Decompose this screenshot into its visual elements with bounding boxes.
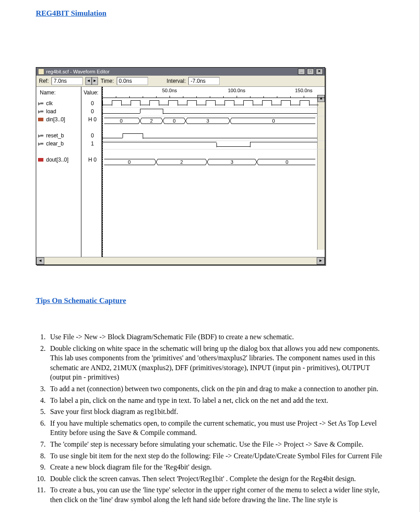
minimize-button[interactable]: _ [298,68,305,75]
interval-field[interactable]: -7.0ns [188,77,220,85]
tip-item: To use single bit item for the next step… [47,451,384,461]
signal-name-row[interactable]: clear_b [36,140,81,148]
tip-item: Double clicking on white space in the sc… [47,344,384,382]
signal-value: 0 [81,107,102,115]
waveform-body: ▲ Name: clkloaddin[3..0]reset_bclear_bdo… [36,87,325,257]
signal-name-row[interactable]: din[3..0] [36,115,81,124]
window-title: reg4bit.scf - Waveform Editor [46,69,110,74]
waveform-editor-window: reg4bit.scf - Waveform Editor _ □ ✕ Ref:… [36,67,325,265]
bus-waveform: 02030 [102,116,325,124]
input-pin-icon [38,109,44,114]
waveform-toolbar: Ref: 7.0ns ◄► Time: 0.0ns Interval: -7.0… [36,76,325,87]
signal-name-row[interactable]: dout[3..0] [36,156,81,164]
close-button[interactable]: ✕ [316,68,323,75]
tip-item: To create a bus, you can use the 'line t… [47,485,384,504]
signal-names-column: Name: clkloaddin[3..0]reset_bclear_bdout… [36,87,81,257]
time-tick: 100.0ns [228,88,245,93]
tip-item: Use File -> New -> Block Diagram/Schemat… [47,332,384,342]
scroll-left-icon[interactable]: ◄ [36,257,44,265]
signal-name-row[interactable]: load [36,107,81,115]
horizontal-scrollbar[interactable]: ◄ ► [36,257,325,265]
input-pin-icon [38,133,44,138]
signal-name: reset_b [46,132,64,139]
signal-value: H 0 [81,156,102,164]
tip-item: If you have multiple schematics open, to… [47,418,384,438]
tip-item: To label a pin, click on the name and ty… [47,396,384,405]
document-icon [38,68,44,75]
heading-tips[interactable]: Tips On Schematic Capture [36,296,384,305]
output-pin-icon [38,158,44,162]
tip-item: The 'compile' step is necessary before s… [47,439,384,449]
signal-name: clk [46,100,53,107]
maximize-button[interactable]: □ [307,68,314,75]
document-page: REG4BIT Simulation reg4bit.scf - Wavefor… [0,0,420,512]
window-titlebar[interactable]: reg4bit.scf - Waveform Editor _ □ ✕ [36,68,325,76]
time-ruler: 50.0ns100.0ns150.0ns [102,87,325,98]
signal-values-column: Value: 00H 001H 0 [81,87,102,257]
signal-name: din[3..0] [46,116,65,123]
bus-waveform: 0230 [102,158,325,166]
digital-waveform [102,108,325,116]
bus-pin-icon [38,117,44,122]
digital-waveform [102,141,325,149]
signal-name: clear_b [46,141,64,147]
heading-reg4bit[interactable]: REG4BIT Simulation [36,9,384,18]
tip-item: Double click the screen canvas. Then sel… [47,474,384,484]
digital-waveform [102,132,325,141]
signal-name: load [46,108,56,115]
tip-item: Save your first block diagram as reg1bit… [47,407,384,417]
input-pin-icon [38,141,44,146]
time-tick: 50.0ns [162,88,177,93]
signal-name-row[interactable]: clk [36,99,81,107]
value-header: Value: [84,90,98,96]
scroll-right-icon[interactable]: ► [317,257,325,265]
ref-field[interactable]: 7.0ns [51,77,83,85]
waveform-area[interactable]: 50.0ns100.0ns150.0ns 020300230 [102,87,325,257]
ref-label: Ref: [39,78,49,84]
interval-label: Interval: [167,78,186,84]
time-tick: 150.0ns [295,88,312,93]
tip-item: To add a net (connection) between two co… [47,384,384,394]
input-pin-icon [38,101,44,106]
signal-value: H 0 [81,115,102,124]
tip-item: Create a new block diagram file for the … [47,462,384,472]
time-field[interactable]: 0.0ns [117,77,148,85]
signal-value: 1 [81,140,102,148]
tips-list: Use File -> New -> Block Diagram/Schemat… [36,332,384,505]
signal-value: 0 [81,99,102,107]
time-label: Time: [101,78,114,84]
signal-name: dout[3..0] [46,157,68,163]
signal-name-row[interactable]: reset_b [36,132,81,140]
signal-value: 0 [81,132,102,140]
ref-stepper[interactable]: ◄► [85,77,98,85]
name-header: Name: [40,90,55,96]
digital-waveform [102,99,325,108]
